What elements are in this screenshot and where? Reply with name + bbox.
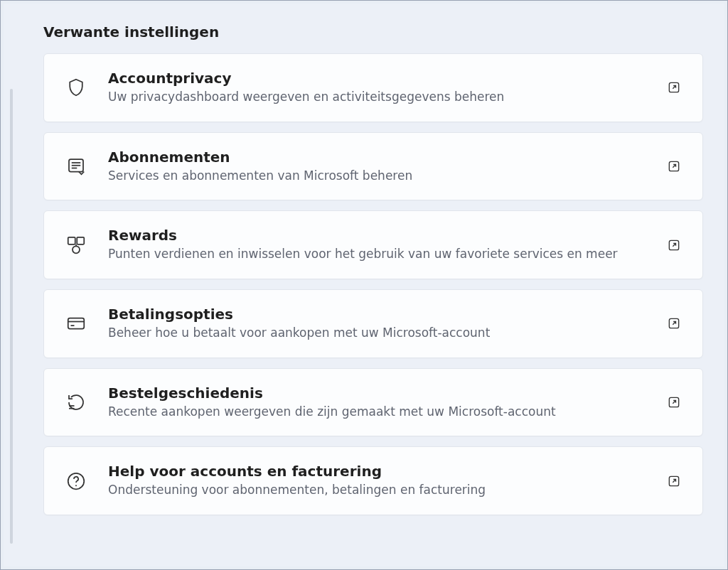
external-link-icon: [665, 394, 682, 411]
svg-rect-11: [68, 318, 85, 329]
item-title: Betalingsopties: [108, 306, 646, 323]
item-title: Rewards: [108, 227, 646, 244]
external-link-icon: [665, 158, 682, 175]
item-desc: Recente aankopen weergeven die zijn gema…: [108, 403, 646, 421]
external-link-icon: [665, 237, 682, 254]
shield-icon: [64, 75, 88, 100]
item-desc: Uw privacydashboard weergeven en activit…: [108, 88, 646, 106]
item-payment-options[interactable]: Betalingsopties Beheer hoe u betaalt voo…: [43, 289, 703, 358]
item-title: Bestelgeschiedenis: [108, 385, 646, 402]
credit-card-icon: [64, 311, 88, 335]
subscription-icon: [64, 154, 88, 178]
item-account-privacy[interactable]: Accountprivacy Uw privacydashboard weerg…: [43, 53, 703, 122]
history-icon: [64, 390, 88, 414]
svg-point-8: [73, 246, 80, 253]
related-settings-list: Accountprivacy Uw privacydashboard weerg…: [43, 53, 703, 515]
item-desc: Ondersteuning voor abonnementen, betalin…: [108, 481, 646, 499]
external-link-icon: [665, 473, 682, 490]
external-link-icon: [665, 315, 682, 332]
item-desc: Punten verdienen en inwisselen voor het …: [108, 245, 646, 263]
item-title: Abonnementen: [108, 149, 646, 166]
help-icon: [64, 469, 88, 493]
item-title: Accountprivacy: [108, 70, 646, 87]
svg-point-19: [75, 485, 77, 486]
external-link-icon: [665, 79, 682, 96]
item-rewards[interactable]: Rewards Punten verdienen en inwisselen v…: [43, 210, 703, 279]
svg-rect-6: [68, 237, 75, 244]
item-desc: Beheer hoe u betaalt voor aankopen met u…: [108, 324, 646, 342]
scrollbar[interactable]: [10, 89, 13, 544]
item-title: Help voor accounts en facturering: [108, 463, 646, 480]
item-help-accounts-billing[interactable]: Help voor accounts en facturering Onders…: [43, 446, 703, 515]
svg-rect-7: [77, 237, 84, 244]
section-title: Verwante instellingen: [43, 23, 705, 41]
rewards-icon: [64, 233, 88, 257]
item-subscriptions[interactable]: Abonnementen Services en abonnementen va…: [43, 132, 703, 201]
item-desc: Services en abonnementen van Microsoft b…: [108, 167, 646, 185]
item-order-history[interactable]: Bestelgeschiedenis Recente aankopen weer…: [43, 368, 703, 437]
